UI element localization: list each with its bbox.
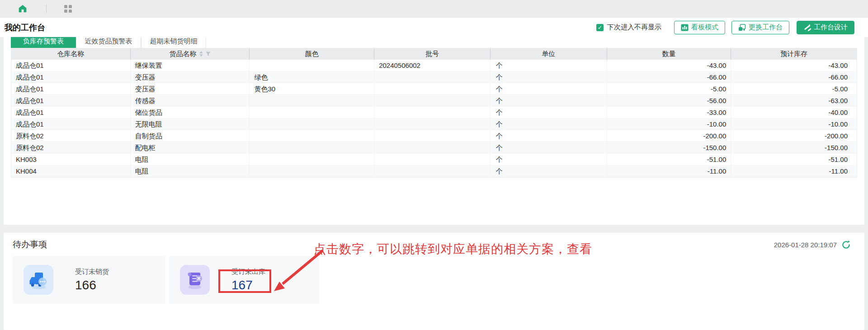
table-cell: 个 bbox=[491, 165, 607, 177]
sort-icon[interactable] bbox=[199, 51, 203, 57]
table-cell bbox=[374, 154, 491, 165]
table-cell bbox=[250, 142, 374, 153]
table-cell bbox=[374, 118, 491, 130]
table-cell bbox=[374, 165, 491, 177]
refresh-timestamp: 2026-01-28 20:19:07 bbox=[774, 241, 837, 249]
pending-outbound-count[interactable]: 167 bbox=[231, 278, 265, 292]
app-header: 我的工作台 ✓ 下次进入不再显示 看板模式 更换工作台 bbox=[0, 18, 868, 37]
table-row[interactable]: KH003电阻个-51.00-51.00 bbox=[11, 154, 857, 165]
col-header-goods[interactable]: 货品名称 bbox=[131, 48, 250, 60]
todo-title: 待办事项 bbox=[13, 239, 47, 250]
table-cell: 自制货品 bbox=[131, 130, 250, 141]
table-cell: 原料仓02 bbox=[11, 142, 131, 153]
table-row[interactable]: 成品仓01储位货品个-33.00-40.00 bbox=[11, 107, 857, 118]
table-cell bbox=[250, 107, 374, 118]
table-cell bbox=[374, 71, 491, 83]
table-cell: -200.00 bbox=[731, 130, 857, 141]
table-cell bbox=[250, 154, 374, 165]
table-cell bbox=[250, 60, 374, 71]
table-cell bbox=[374, 107, 491, 118]
table-cell: -5.00 bbox=[607, 83, 731, 94]
table-cell: 无限电阻 bbox=[131, 118, 250, 130]
table-cell: -43.00 bbox=[731, 60, 857, 71]
switch-workbench-button[interactable]: 更换工作台 bbox=[731, 21, 789, 34]
topbar-divider bbox=[46, 5, 47, 13]
refresh-icon[interactable] bbox=[841, 240, 851, 250]
table-cell: 继保装置 bbox=[131, 60, 250, 71]
table-cell: 绿色 bbox=[250, 71, 374, 83]
table-cell: 个 bbox=[491, 142, 607, 153]
table-row[interactable]: 成品仓01传感器个-56.00-63.00 bbox=[11, 95, 857, 107]
table-cell: 个 bbox=[491, 60, 607, 71]
workbench-design-label: 工作台设计 bbox=[814, 23, 848, 32]
table-cell: 成品仓01 bbox=[11, 83, 131, 94]
table-cell: 个 bbox=[491, 71, 607, 83]
table-row[interactable]: 成品仓01继保装置20240506002个-43.00-43.00 bbox=[11, 60, 857, 71]
card-pending-outbound[interactable]: 受订未出库 167 bbox=[169, 256, 319, 304]
table-cell: 20240506002 bbox=[374, 60, 491, 71]
tab-negative-stock-warning[interactable]: 负库存预警表 bbox=[11, 37, 76, 48]
table-row[interactable]: 原料仓02自制货品个-200.00-200.00 bbox=[11, 130, 857, 142]
col-header-unit[interactable]: 单位 bbox=[491, 48, 607, 60]
card-pending-sales[interactable]: 受订未销货 166 bbox=[13, 256, 165, 304]
table-cell: -43.00 bbox=[607, 60, 731, 71]
table-header-row: 仓库名称 货品名称 颜色 批号 单位 数量 预计库存 bbox=[11, 48, 857, 60]
table-cell: -11.00 bbox=[607, 165, 731, 177]
table-cell bbox=[250, 118, 374, 130]
table-row[interactable]: 成品仓01变压器黄色30个-5.00-5.00 bbox=[11, 83, 857, 95]
table-cell: 成品仓01 bbox=[11, 60, 131, 71]
table-row[interactable]: 成品仓01变压器绿色个-66.00-66.00 bbox=[11, 71, 857, 83]
tab-overdue-unsold-detail[interactable]: 超期未销货明细 bbox=[141, 37, 206, 48]
table-cell: 个 bbox=[491, 130, 607, 141]
table-body: 成品仓01继保装置20240506002个-43.00-43.00成品仓01变压… bbox=[11, 60, 857, 177]
col-header-qty[interactable]: 数量 bbox=[607, 48, 731, 60]
checkbox-check-icon[interactable]: ✓ bbox=[596, 24, 604, 31]
table-cell: 成品仓01 bbox=[11, 71, 131, 83]
todo-panel: 待办事项 2026-01-28 20:19:07 bbox=[4, 233, 864, 330]
table-cell: 个 bbox=[491, 83, 607, 94]
table-cell: 黄色30 bbox=[250, 83, 374, 94]
table-cell: -10.00 bbox=[607, 118, 731, 130]
table-cell: 配电柜 bbox=[131, 142, 250, 153]
table-cell: KH003 bbox=[11, 154, 131, 165]
table-row[interactable]: 成品仓01无限电阻个-10.00-10.00 bbox=[11, 118, 857, 130]
table-cell bbox=[250, 165, 374, 177]
apps-grid-icon[interactable] bbox=[64, 5, 72, 13]
table-cell: -200.00 bbox=[607, 130, 731, 141]
report-tabs: 负库存预警表 近效货品预警表 超期未销货明细 bbox=[11, 37, 864, 48]
dont-show-again-checkbox[interactable]: ✓ 下次进入不再显示 bbox=[596, 23, 661, 32]
checkbox-label: 下次进入不再显示 bbox=[607, 23, 661, 32]
col-header-projected-stock[interactable]: 预计库存 bbox=[731, 48, 857, 60]
table-cell: 成品仓01 bbox=[11, 95, 131, 106]
tab-near-expiry-warning[interactable]: 近效货品预警表 bbox=[76, 37, 141, 48]
filter-icon[interactable] bbox=[206, 52, 211, 57]
table-cell: 传感器 bbox=[131, 95, 250, 106]
swap-icon bbox=[738, 24, 746, 31]
table-cell bbox=[374, 95, 491, 106]
col-header-batch[interactable]: 批号 bbox=[374, 48, 491, 60]
col-header-color[interactable]: 颜色 bbox=[250, 48, 374, 60]
table-row[interactable]: 原料仓02配电柜个-150.00-150.00 bbox=[11, 142, 857, 154]
table-row[interactable]: KH004电阻个-11.00-11.00 bbox=[11, 165, 857, 177]
table-cell: -66.00 bbox=[607, 71, 731, 83]
table-cell: -51.00 bbox=[607, 154, 731, 165]
pending-sales-count[interactable]: 166 bbox=[75, 278, 109, 292]
table-cell: -33.00 bbox=[607, 107, 731, 118]
topbar bbox=[0, 0, 868, 18]
table-cell: -51.00 bbox=[731, 154, 857, 165]
table-cell: -40.00 bbox=[731, 107, 857, 118]
table-cell: 变压器 bbox=[131, 83, 250, 94]
table-cell: 成品仓01 bbox=[11, 118, 131, 130]
design-icon bbox=[803, 24, 811, 31]
table-cell bbox=[250, 95, 374, 106]
col-header-warehouse[interactable]: 仓库名称 bbox=[11, 48, 131, 60]
workbench-design-button[interactable]: 工作台设计 bbox=[797, 21, 854, 34]
kanban-mode-label: 看板模式 bbox=[691, 23, 718, 32]
table-cell: -56.00 bbox=[607, 95, 731, 106]
card-label: 受订未销货 bbox=[75, 268, 109, 276]
table-cell: 个 bbox=[491, 95, 607, 106]
home-icon[interactable] bbox=[18, 4, 27, 13]
table-cell bbox=[374, 142, 491, 153]
kanban-mode-button[interactable]: 看板模式 bbox=[674, 21, 725, 34]
table-cell: -10.00 bbox=[731, 118, 857, 130]
